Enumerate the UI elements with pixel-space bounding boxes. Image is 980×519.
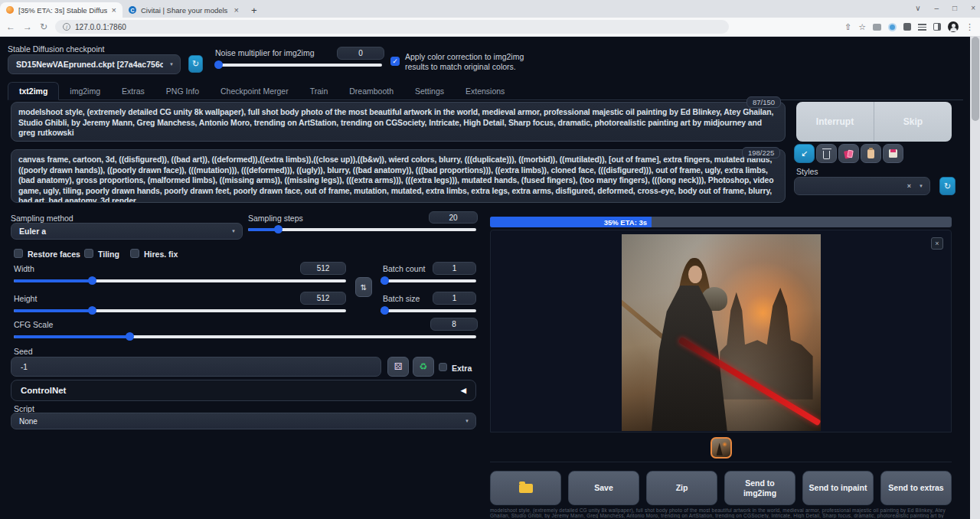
checkpoint-dropdown[interactable]: SD15NewVAEpruned.ckpt [27a4ac756c] ▼ <box>8 54 181 74</box>
tab-close-icon[interactable]: × <box>234 5 239 15</box>
color-correction-checkbox[interactable]: ✓ <box>390 57 400 66</box>
extra-seed-checkbox[interactable] <box>439 363 447 371</box>
reload-icon[interactable]: ↻ <box>40 21 47 32</box>
zip-button[interactable]: Zip <box>646 471 717 505</box>
prompt-textarea[interactable]: modelshoot style, (extremely detailed CG… <box>11 102 786 142</box>
close-preview-button[interactable]: × <box>931 237 943 250</box>
styles-label: Styles <box>796 167 818 176</box>
extra-networks-button[interactable] <box>838 144 859 163</box>
extension-icon[interactable] <box>873 24 881 31</box>
width-slider[interactable] <box>14 276 346 285</box>
sampling-steps-label: Sampling steps <box>248 214 303 223</box>
controlnet-accordion[interactable]: ControlNet ◀ <box>11 380 476 401</box>
save-style-button[interactable] <box>883 144 903 163</box>
tab-settings[interactable]: Settings <box>404 83 455 100</box>
clear-styles-icon[interactable]: × <box>907 182 911 190</box>
clear-prompt-button[interactable] <box>816 144 837 163</box>
styles-refresh-button[interactable]: ↻ <box>939 177 956 195</box>
profile-avatar[interactable] <box>948 21 959 32</box>
open-folder-button[interactable] <box>490 471 561 505</box>
cfg-scale-label: CFG Scale <box>14 320 53 329</box>
browser-toolbar: ← → ↻ i 127.0.0.1:7860 ⇧ ☆ ⋮ <box>0 18 980 37</box>
tab-extras[interactable]: Extras <box>111 83 155 100</box>
sampling-steps-input[interactable]: 20 <box>429 211 478 224</box>
reuse-seed-button[interactable]: ♻ <box>413 357 434 377</box>
browser-tab-stable-diffusion[interactable]: [35% ETA: 3s] Stable Diffusion × <box>0 2 122 18</box>
interrupt-button[interactable]: Interrupt <box>796 102 874 142</box>
send-to-inpaint-button[interactable]: Send to inpaint <box>802 471 874 505</box>
extension-blue-icon[interactable] <box>888 23 897 31</box>
address-bar[interactable]: i 127.0.0.1:7860 <box>55 20 729 34</box>
tiling-label: Tiling <box>98 250 119 259</box>
batch-size-slider[interactable] <box>381 305 476 315</box>
sampling-steps-slider[interactable] <box>248 224 476 233</box>
styles-dropdown[interactable]: × ▼ <box>794 177 930 195</box>
random-seed-button[interactable]: ⚄ <box>387 357 409 377</box>
tab-img2img[interactable]: img2img <box>59 83 111 100</box>
batch-count-label: Batch count <box>383 264 425 273</box>
progress-label: 35% ETA: 3s <box>604 218 647 227</box>
noise-multiplier-input[interactable]: 0 <box>337 47 384 60</box>
tab-dreambooth[interactable]: Dreambooth <box>338 83 404 100</box>
tab-train[interactable]: Train <box>299 83 339 100</box>
cfg-scale-input[interactable]: 8 <box>430 318 478 331</box>
tab-txt2img[interactable]: txt2img <box>8 82 59 100</box>
height-input[interactable]: 512 <box>300 292 346 305</box>
paste-generation-params-button[interactable]: ↙ <box>794 144 815 163</box>
batch-count-slider[interactable] <box>381 276 476 285</box>
browser-menu-icon[interactable]: ⋮ <box>965 22 974 32</box>
scrollbar-thumb[interactable] <box>972 37 979 121</box>
save-button[interactable]: Save <box>568 471 639 505</box>
site-info-icon[interactable]: i <box>63 23 70 31</box>
tab-png-info[interactable]: PNG Info <box>155 83 210 100</box>
color-correction-label: Apply color correction to img2img result… <box>405 52 528 72</box>
gradio-favicon-icon <box>6 6 14 14</box>
negative-token-counter: 198/225 <box>742 147 780 158</box>
extensions-puzzle-icon[interactable] <box>903 23 911 31</box>
negative-prompt-textarea[interactable]: canvas frame, cartoon, 3d, ((disfigured)… <box>11 149 786 203</box>
window-minimize-button[interactable]: – <box>935 4 939 12</box>
width-input[interactable]: 512 <box>300 262 346 275</box>
send-to-img2img-button[interactable]: Send to img2img <box>724 471 795 505</box>
window-close-button[interactable]: × <box>971 4 975 12</box>
height-slider[interactable] <box>14 305 346 315</box>
reading-list-icon[interactable] <box>918 24 926 31</box>
civitai-favicon-icon: C <box>129 6 136 14</box>
tiling-checkbox[interactable] <box>84 249 93 258</box>
gallery-thumbnail[interactable] <box>710 437 732 459</box>
cfg-scale-slider[interactable] <box>14 331 476 341</box>
forward-icon[interactable]: → <box>23 21 32 32</box>
tab-checkpoint-merger[interactable]: Checkpoint Merger <box>210 83 299 100</box>
restore-faces-checkbox[interactable] <box>14 249 23 258</box>
send-to-extras-button[interactable]: Send to extras <box>880 471 952 505</box>
floppy-save-icon <box>889 149 897 158</box>
tab-search-icon[interactable]: ∨ <box>915 4 920 12</box>
swap-dimensions-button[interactable]: ⇅ <box>355 277 372 297</box>
chevron-down-icon: ▼ <box>465 419 469 423</box>
batch-size-input[interactable]: 1 <box>433 292 476 305</box>
hires-fix-checkbox[interactable] <box>130 249 139 258</box>
browser-tab-civitai[interactable]: C Civitai | Share your models × <box>122 2 245 18</box>
generated-image[interactable] <box>622 234 821 431</box>
apply-styles-button[interactable] <box>861 144 881 163</box>
skip-button[interactable]: Skip <box>874 102 952 142</box>
check-icon: ✓ <box>392 57 398 65</box>
tab-extensions[interactable]: Extensions <box>455 83 515 100</box>
batch-count-input[interactable]: 1 <box>433 262 476 275</box>
back-icon[interactable]: ← <box>6 21 15 32</box>
new-tab-button[interactable]: + <box>251 5 257 16</box>
script-dropdown[interactable]: None ▼ <box>11 413 476 429</box>
noise-multiplier-slider[interactable] <box>215 60 382 69</box>
bookmark-star-icon[interactable]: ☆ <box>858 22 866 32</box>
side-panel-icon[interactable] <box>933 23 941 31</box>
image-preview-panel: × <box>490 230 952 432</box>
sampling-method-dropdown[interactable]: Euler a ▼ <box>11 223 243 240</box>
window-maximize-button[interactable]: □ <box>952 4 957 12</box>
share-icon[interactable]: ⇧ <box>844 22 851 32</box>
seed-value: -1 <box>21 363 28 371</box>
checkpoint-refresh-button[interactable]: ↻ <box>188 55 203 73</box>
page-scrollbar[interactable] <box>970 37 980 519</box>
tab-close-icon[interactable]: × <box>112 5 116 15</box>
seed-input[interactable]: -1 <box>11 357 381 377</box>
checkpoint-label: Stable Diffusion checkpoint <box>8 44 104 54</box>
